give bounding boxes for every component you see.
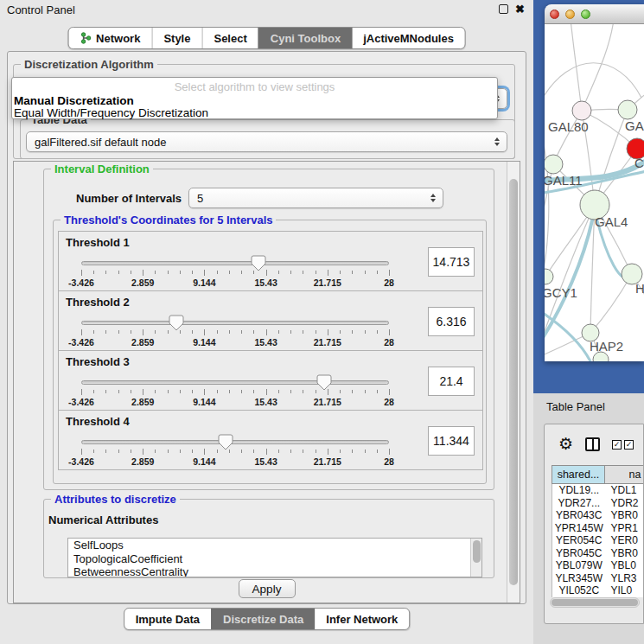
minimize-traffic-light[interactable]: [565, 10, 575, 19]
table-row[interactable]: YLR345WYLR3: [552, 572, 644, 585]
checkbox-icon[interactable]: ✓: [624, 440, 634, 450]
network-node-label: GA: [625, 118, 644, 133]
attribute-item[interactable]: SelfLoops: [68, 539, 481, 552]
table-horizontal-scrollbar[interactable]: [550, 597, 640, 608]
table-panel-titlebar: Table Panel: [533, 393, 644, 419]
close-traffic-light[interactable]: [550, 10, 559, 19]
tab-label: jActiveMNodules: [363, 32, 454, 45]
table-row[interactable]: YPR145WYPR1: [552, 522, 644, 535]
threshold-slider[interactable]: -3.4262.8599.14415.4321.71528: [81, 254, 389, 290]
thresholds-group: Threshold's Coordinates for 5 Intervals …: [53, 220, 487, 484]
numerical-attributes-list[interactable]: SelfLoopsTopologicalCoefficientBetweenne…: [67, 538, 482, 577]
slider-thumb[interactable]: [316, 374, 332, 391]
slider-ticks: [81, 270, 389, 277]
attribute-item[interactable]: BetweennessCentrality: [68, 565, 481, 577]
algorithm-option-equal-width[interactable]: Equal Width/Frequency Discretization: [14, 106, 208, 119]
slider-track[interactable]: [81, 261, 389, 265]
network-node[interactable]: [545, 155, 563, 174]
threshold-label: Threshold 4: [66, 415, 130, 428]
table-data-select[interactable]: galFiltered.sif default node: [26, 131, 507, 152]
tab-select[interactable]: Select: [201, 28, 258, 48]
cyni-toolbox-panel: Discretization Algorithm Select algorith…: [7, 51, 526, 604]
tab-label: Style: [163, 32, 190, 45]
table-toolbar: ⚙ ✓ ✓: [545, 431, 643, 457]
table-row[interactable]: YIL052CYIL0: [552, 584, 644, 597]
tab-jactivemnodules[interactable]: jActiveMNodules: [352, 28, 465, 48]
table-header-row: shared... na: [552, 465, 644, 484]
network-icon: [80, 32, 92, 44]
tab-discretize-data[interactable]: Discretize Data: [211, 609, 315, 629]
number-of-intervals-select[interactable]: 5: [188, 188, 443, 208]
tab-label: Select: [214, 32, 246, 45]
tab-infer-network[interactable]: Infer Network: [315, 609, 409, 629]
threshold-value[interactable]: 6.316: [428, 307, 475, 336]
tab-impute-data[interactable]: Impute Data: [124, 609, 211, 629]
tab-label: Cyni Toolbox: [271, 32, 341, 45]
columns-icon[interactable]: [585, 437, 600, 451]
settings-scrollpane: Interval Definition Number of Intervals …: [13, 161, 520, 603]
network-node-label: H: [635, 281, 644, 296]
threshold-slider[interactable]: -3.4262.8599.14415.4321.71528: [81, 433, 389, 469]
bottom-tab-bar: Impute Data Discretize Data Infer Networ…: [124, 608, 411, 630]
tab-cyni-toolbox[interactable]: Cyni Toolbox: [258, 28, 352, 48]
threshold-label: Threshold 3: [66, 355, 130, 368]
table-row[interactable]: YBR045CYBR0: [552, 547, 644, 560]
interval-definition-group: Interval Definition Number of Intervals …: [43, 169, 494, 490]
interval-definition-group-title: Interval Definition: [51, 163, 153, 175]
threshold-value[interactable]: 11.344: [428, 426, 475, 456]
slider-thumb[interactable]: [218, 434, 233, 450]
table-row[interactable]: YDR27...YDR2: [552, 497, 644, 510]
table-row[interactable]: YBL079WYBL0: [552, 559, 644, 572]
slider-track[interactable]: [81, 440, 389, 444]
algorithm-hint: Select algorithm to view settings: [12, 80, 497, 93]
threshold-value[interactable]: 14.713: [428, 247, 475, 277]
column-header-shared-name[interactable]: shared...: [552, 465, 605, 484]
tab-label: Network: [96, 32, 140, 45]
node-table: shared... na YDL19...YDL1YDR27...YDR2YBR…: [552, 465, 644, 597]
network-node[interactable]: [618, 100, 637, 119]
network-node-label: GCY1: [545, 285, 577, 300]
network-nodes[interactable]: [545, 100, 644, 361]
column-header-name[interactable]: na: [605, 465, 644, 484]
threshold-value[interactable]: 21.4: [428, 367, 475, 396]
tab-label: Infer Network: [326, 613, 398, 626]
zoom-traffic-light[interactable]: [581, 10, 590, 19]
attribute-item[interactable]: TopologicalCoefficient: [68, 552, 481, 566]
tab-network[interactable]: Network: [68, 28, 151, 48]
slider-track[interactable]: [81, 321, 389, 325]
network-window[interactable]: GAL80GACGAL11GAL4GCY1HHAP2: [545, 4, 644, 361]
table-row[interactable]: YDL19...YDL1: [552, 484, 644, 497]
threshold-slider[interactable]: -3.4262.8599.14415.4321.71528: [81, 373, 389, 410]
gear-icon[interactable]: ⚙: [558, 436, 573, 453]
settings-vertical-scrollbar[interactable]: [507, 162, 520, 603]
network-node[interactable]: [572, 101, 591, 120]
table-data-selected: galFiltered.sif default node: [35, 136, 166, 149]
slider-track[interactable]: [81, 380, 389, 385]
table-rows[interactable]: YDL19...YDL1YDR27...YDR2YBR043CYBR0YPR14…: [552, 484, 644, 597]
slider-tick-labels: -3.4262.8599.14415.4321.71528: [81, 277, 389, 288]
tab-style[interactable]: Style: [151, 28, 201, 48]
screen: Control Panel ✖ Network Style Select Cyn…: [0, 0, 644, 644]
attributes-scrollbar-thumb[interactable]: [473, 540, 481, 563]
algorithm-option-manual[interactable]: Manual Discretization: [14, 94, 134, 107]
float-icon[interactable]: [499, 4, 508, 14]
threshold-slider[interactable]: -3.4262.8599.14415.4321.71528: [81, 314, 389, 350]
checkbox-icon[interactable]: ✓: [612, 440, 622, 450]
thresholds-group-title: Threshold's Coordinates for 5 Intervals: [61, 214, 276, 226]
network-node[interactable]: [545, 269, 553, 284]
network-node-label: C: [634, 156, 644, 170]
slider-thumb[interactable]: [169, 315, 184, 331]
attributes-group-title: Attributes to discretize: [51, 493, 180, 506]
combo-stepper-icon: [430, 194, 436, 202]
network-node-label: GAL4: [595, 214, 628, 229]
slider-thumb[interactable]: [251, 255, 266, 271]
settings-scrollbar-thumb[interactable]: [509, 179, 518, 585]
close-icon[interactable]: ✖: [515, 4, 525, 14]
attr-items: SelfLoopsTopologicalCoefficientBetweenne…: [68, 539, 481, 577]
attributes-scrollbar[interactable]: [470, 539, 481, 577]
network-canvas[interactable]: GAL80GACGAL11GAL4GCY1HHAP2: [545, 24, 644, 361]
apply-button[interactable]: Apply: [239, 579, 296, 598]
table-scrollbar-thumb[interactable]: [552, 599, 638, 606]
table-row[interactable]: YER054CYER0: [552, 534, 644, 547]
table-row[interactable]: YBR043CYBR0: [552, 509, 644, 522]
